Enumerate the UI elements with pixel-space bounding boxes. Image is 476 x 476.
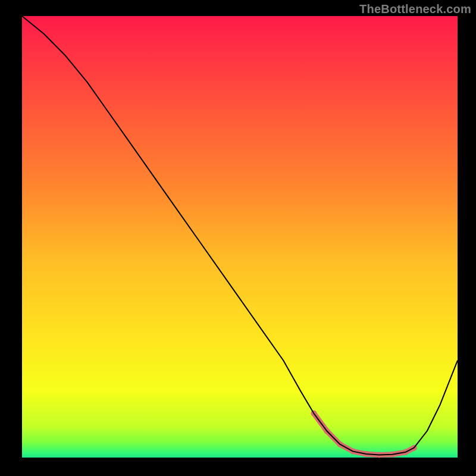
bottleneck-chart — [0, 0, 476, 476]
watermark-text: TheBottleneck.com — [359, 2, 471, 16]
chart-container: TheBottleneck.com — [0, 0, 476, 476]
